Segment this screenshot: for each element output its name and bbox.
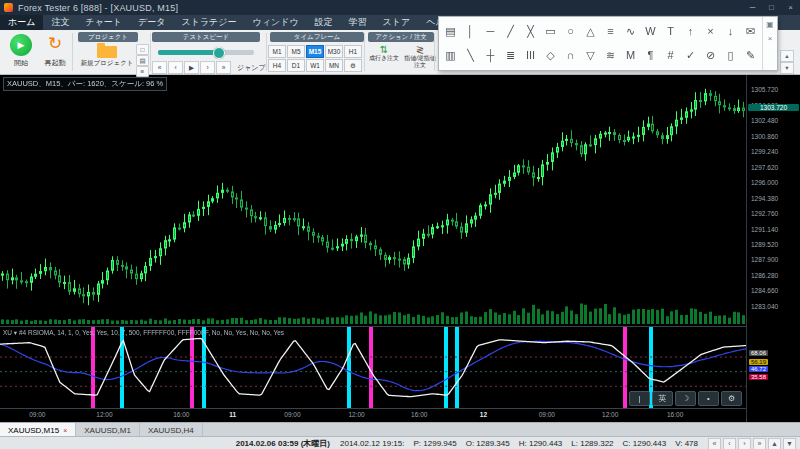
ellipse-tool[interactable]: ○	[561, 21, 580, 42]
chart-tab-XAUUSD,M15[interactable]: XAUUSD,M15×	[0, 423, 76, 437]
stop-tool[interactable]: ⊘	[701, 45, 720, 66]
project-group-title: プロジェクト	[78, 32, 138, 42]
play-pause-button[interactable]: ▶	[184, 61, 199, 74]
open-project-button[interactable]: □	[136, 44, 149, 55]
tab-close-icon[interactable]: ×	[63, 424, 67, 437]
market-order-button[interactable]: ⇅ 成行き注文	[368, 44, 400, 72]
menu-item-ホーム[interactable]: ホーム	[0, 15, 43, 30]
triangle-tool[interactable]: △	[581, 21, 600, 42]
panel-pin-icon[interactable]: ▣	[766, 20, 774, 29]
start-test-button[interactable]: ▶	[10, 34, 32, 56]
scroll-start-button[interactable]: «	[708, 438, 721, 449]
timeframe-D1[interactable]: D1	[287, 59, 305, 72]
step-forward-button[interactable]: ›	[200, 61, 215, 74]
new-project-button[interactable]: 新規プロジェクト	[78, 60, 136, 67]
scroll-left-button[interactable]: ‹	[723, 438, 736, 449]
timeframe-M5[interactable]: M5	[287, 45, 305, 58]
test-speed-slider[interactable]	[158, 50, 254, 55]
text-tool[interactable]: T	[661, 21, 680, 42]
rectangle-tool[interactable]: ▭	[541, 21, 560, 42]
minimize-button[interactable]: ─	[743, 0, 762, 15]
slider-thumb[interactable]	[213, 47, 225, 59]
new-project-icon[interactable]	[97, 46, 117, 58]
delete-tool[interactable]: ×	[701, 21, 720, 42]
chart-tab-XAUUSD,M1[interactable]: XAUUSD,M1	[76, 423, 140, 437]
menu-item-学習[interactable]: 学習	[341, 15, 375, 30]
timeframe-M30[interactable]: M30	[325, 45, 343, 58]
step-back-button[interactable]: ‹	[168, 61, 183, 74]
crosshair-mode-button[interactable]: |	[629, 391, 650, 406]
timeframe-M1[interactable]: M1	[268, 45, 286, 58]
price-scale[interactable]: 1305.7201304.1001302.4801300.8601299.240…	[746, 74, 800, 422]
menu-item-ストア[interactable]: ストア	[375, 15, 419, 30]
note-tool[interactable]: ✉	[741, 21, 760, 42]
sync-button[interactable]: •	[698, 391, 719, 406]
chart-settings-button[interactable]: ⚙	[721, 391, 742, 406]
auto-scroll-button[interactable]: ▼	[783, 438, 796, 449]
jump-end-button[interactable]: »	[216, 61, 231, 74]
fib-levels-tool[interactable]: ≣	[501, 45, 520, 66]
timeframe-H4[interactable]: H4	[268, 59, 286, 72]
panel-scroll-up-button[interactable]: ▴	[780, 50, 794, 62]
wave-tool[interactable]: ∿	[621, 21, 640, 42]
pending-order-button[interactable]: ≷ 指値/逆指値注文	[404, 44, 436, 72]
fib-retracement-tool[interactable]: ≡	[601, 21, 620, 42]
chart-symbol-label[interactable]: XAUUSD、M15、バー: 1620、スケール: 96 %	[3, 77, 167, 91]
price-label: 1296.000	[751, 179, 778, 186]
trendline-tool[interactable]: ╱	[501, 21, 520, 42]
restart-button[interactable]: ↻	[42, 32, 68, 56]
price-label-tool[interactable]: ▯	[721, 45, 740, 66]
project-history-button[interactable]: ≡	[136, 66, 149, 77]
language-button[interactable]: 英	[652, 391, 673, 406]
panel-close-icon[interactable]: ×	[768, 34, 773, 43]
horizontal-line-tool[interactable]: ─	[481, 21, 500, 42]
price-label: 1283.040	[751, 303, 778, 310]
time-axis[interactable]: 09:0012:0016:001109:0012:0016:001209:001…	[0, 409, 746, 422]
template-tool[interactable]: ▥	[441, 45, 460, 66]
panel-scroll-down-button[interactable]: ▾	[780, 62, 794, 74]
timeframe-M15[interactable]: M15	[306, 45, 324, 58]
channel-tool[interactable]: ≋	[601, 45, 620, 66]
fib-timezones-tool[interactable]: III	[521, 45, 540, 66]
timeframe-W1[interactable]: W1	[306, 59, 324, 72]
menu-item-設定[interactable]: 設定	[307, 15, 341, 30]
menu-item-チャート[interactable]: チャート	[77, 15, 130, 30]
maximize-button[interactable]: □	[762, 0, 781, 15]
chart-shift-button[interactable]: ▲	[768, 438, 781, 449]
scroll-right-button[interactable]: ›	[738, 438, 751, 449]
menu-item-注文[interactable]: 注文	[43, 15, 77, 30]
indicator-label[interactable]: XU ▾ #4 RSIOMA, 14, 1, 0, Yes, Yes, 10, …	[3, 329, 284, 337]
menu-item-ウィンドウ[interactable]: ウィンドウ	[245, 15, 307, 30]
time-label: 11	[220, 411, 246, 418]
ray-tool[interactable]: ╲	[461, 45, 480, 66]
thumb-up-tool[interactable]: ↑	[681, 21, 700, 42]
triangle-down-tool[interactable]: ▽	[581, 45, 600, 66]
clipboard-tool[interactable]: ▤	[441, 21, 460, 42]
rhombus-tool[interactable]: ◇	[541, 45, 560, 66]
save-project-button[interactable]: ▤	[136, 55, 149, 66]
timeframe-H1[interactable]: H1	[344, 45, 362, 58]
jump-start-button[interactable]: «	[152, 61, 167, 74]
main-chart-canvas[interactable]	[0, 74, 746, 326]
label-tool[interactable]: ¶	[641, 45, 660, 66]
menu-item-ストラテジー[interactable]: ストラテジー	[173, 15, 244, 30]
pattern-tool[interactable]: M	[621, 45, 640, 66]
elliott-wave-tool[interactable]: W	[641, 21, 660, 42]
timeframe-MN[interactable]: MN	[325, 59, 343, 72]
check-tool[interactable]: ✓	[681, 45, 700, 66]
night-mode-button[interactable]: ☽	[675, 391, 696, 406]
ruler-tool[interactable]: #	[661, 45, 680, 66]
menu-item-データ[interactable]: データ	[130, 15, 173, 30]
group-divider	[72, 33, 73, 71]
close-button[interactable]: ×	[781, 0, 800, 15]
cross-line-tool[interactable]: ╳	[521, 21, 540, 42]
thumb-down-tool[interactable]: ↓	[721, 21, 740, 42]
pencil-tool[interactable]: ✎	[741, 45, 760, 66]
arc-tool[interactable]: ∩	[561, 45, 580, 66]
timeframe-settings-button[interactable]: ⚙	[344, 59, 362, 72]
vertical-line-tool[interactable]: │	[461, 21, 480, 42]
crosshair-tool[interactable]: ┼	[481, 45, 500, 66]
scroll-end-button[interactable]: »	[753, 438, 766, 449]
market-order-label: 成行き注文	[368, 55, 400, 62]
chart-tab-XAUUSD,H4[interactable]: XAUUSD,H4	[140, 423, 203, 437]
